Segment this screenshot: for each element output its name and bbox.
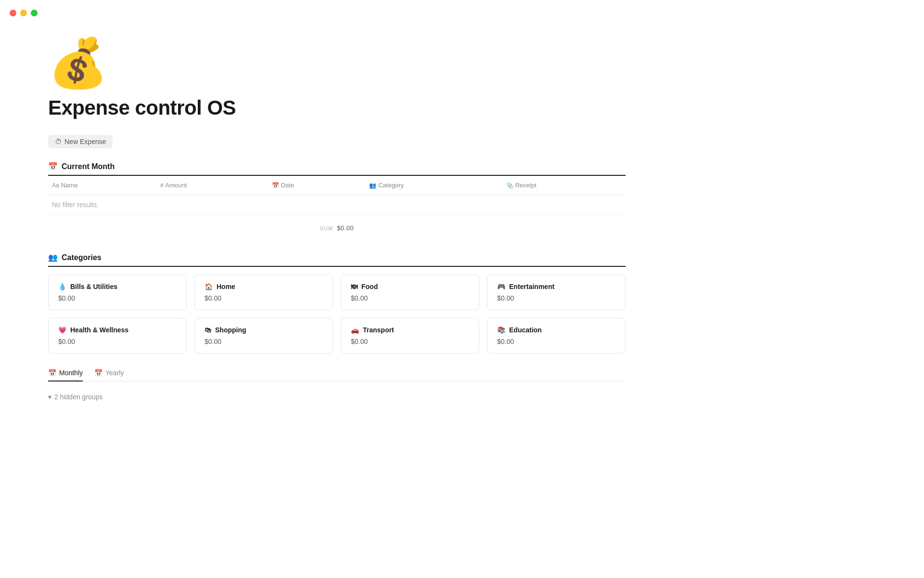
category-card-name: Health & Wellness — [70, 326, 128, 334]
tab-label: Monthly — [59, 369, 83, 377]
tab-icon: 📅 — [48, 369, 56, 377]
tab-icon: 📅 — [94, 369, 103, 377]
sum-row: SUM $0.00 — [48, 219, 626, 237]
category-card-title: 🍽 Food — [351, 283, 469, 290]
hidden-groups-label: 2 hidden groups — [54, 393, 103, 401]
minimize-button[interactable] — [20, 10, 27, 16]
tab-monthly[interactable]: 📅 Monthly — [48, 369, 83, 381]
current-month-label: Current Month — [62, 162, 115, 171]
col-name: AaName — [48, 176, 156, 195]
category-card[interactable]: 🏠 Home $0.00 — [194, 275, 333, 310]
current-month-section: 📅 Current Month AaName #Amount 📅Date 👥C — [48, 162, 626, 237]
category-card-title: 🎮 Entertainment — [497, 283, 616, 290]
category-card-amount: $0.00 — [497, 294, 616, 302]
category-card-icon: 📚 — [497, 326, 505, 334]
category-card[interactable]: 🍽 Food $0.00 — [341, 275, 479, 310]
col-receipt: 📎Receipt — [502, 176, 626, 195]
category-card-title: 💧 Bills & Utilities — [58, 283, 177, 290]
categories-label: Categories — [62, 253, 102, 262]
category-card-name: Entertainment — [509, 283, 554, 290]
category-card[interactable]: 🛍 Shopping $0.00 — [194, 318, 333, 354]
view-tabs: 📅 Monthly 📅 Yearly — [48, 369, 626, 381]
category-card-title: 🏠 Home — [205, 283, 323, 290]
category-card[interactable]: 💧 Bills & Utilities $0.00 — [48, 275, 187, 310]
category-card-name: Shopping — [215, 326, 246, 334]
category-card-name: Transport — [363, 326, 394, 334]
category-card-name: Bills & Utilities — [70, 283, 117, 290]
categories-header: 👥 Categories — [48, 253, 626, 267]
category-card-amount: $0.00 — [351, 338, 469, 345]
sum-value: $0.00 — [337, 224, 354, 232]
no-filter-text: No filter results. — [48, 195, 626, 215]
new-expense-icon: ⏱ — [55, 138, 62, 145]
tab-yearly[interactable]: 📅 Yearly — [94, 369, 124, 381]
traffic-lights — [10, 10, 38, 16]
category-card-amount: $0.00 — [351, 294, 469, 302]
page-title: Expense control OS — [48, 96, 626, 119]
date-icon: 📅 — [272, 182, 279, 189]
new-expense-label: New Expense — [64, 138, 106, 145]
tab-label: Yearly — [105, 369, 124, 377]
current-month-header: 📅 Current Month — [48, 162, 626, 176]
category-grid: 💧 Bills & Utilities $0.00 🏠 Home $0.00 🍽… — [48, 275, 626, 354]
receipt-icon: 📎 — [506, 182, 513, 189]
main-content: 💰 Expense control OS ⏱ New Expense 📅 Cur… — [0, 0, 674, 434]
category-card-icon: 🍽 — [351, 283, 358, 290]
category-card-name: Food — [361, 283, 378, 290]
category-card-icon: 💧 — [58, 283, 66, 290]
hash-icon: # — [160, 182, 164, 189]
hidden-groups-row[interactable]: ▾ 2 hidden groups — [48, 389, 626, 405]
category-icon: 👥 — [369, 182, 376, 189]
close-button[interactable] — [10, 10, 16, 16]
category-card-icon: 🏠 — [205, 283, 213, 290]
page-icon: 💰 — [48, 39, 626, 87]
category-card-amount: $0.00 — [205, 294, 323, 302]
col-category: 👥Category — [365, 176, 502, 195]
sum-label: SUM — [320, 225, 333, 231]
col-amount: #Amount — [156, 176, 268, 195]
no-filter-row: No filter results. — [48, 195, 626, 215]
category-card-amount: $0.00 — [497, 338, 616, 345]
category-card-title: 💗 Health & Wellness — [58, 326, 177, 334]
category-card-name: Home — [217, 283, 235, 290]
category-card-icon: 🎮 — [497, 283, 505, 290]
category-card-icon: 💗 — [58, 326, 66, 334]
category-card[interactable]: 🎮 Entertainment $0.00 — [487, 275, 626, 310]
category-card[interactable]: 💗 Health & Wellness $0.00 — [48, 318, 187, 354]
col-date: 📅Date — [268, 176, 366, 195]
category-card-title: 📚 Education — [497, 326, 616, 334]
expense-table: AaName #Amount 📅Date 👥Category 📎Receipt — [48, 176, 626, 215]
category-card-amount: $0.00 — [58, 338, 177, 345]
category-card[interactable]: 🚗 Transport $0.00 — [341, 318, 479, 354]
aa-icon: Aa — [52, 182, 59, 189]
category-card-amount: $0.00 — [58, 294, 177, 302]
category-card-title: 🛍 Shopping — [205, 326, 323, 334]
category-card[interactable]: 📚 Education $0.00 — [487, 318, 626, 354]
categories-section: 👥 Categories 💧 Bills & Utilities $0.00 🏠… — [48, 253, 626, 354]
category-card-title: 🚗 Transport — [351, 326, 469, 334]
category-card-icon: 🛍 — [205, 326, 211, 334]
category-card-name: Education — [509, 326, 542, 334]
new-expense-button[interactable]: ⏱ New Expense — [48, 135, 113, 148]
categories-icon: 👥 — [48, 253, 58, 262]
category-card-amount: $0.00 — [205, 338, 323, 345]
chevron-down-icon: ▾ — [48, 393, 51, 401]
calendar-icon: 📅 — [48, 162, 58, 171]
maximize-button[interactable] — [31, 10, 38, 16]
category-card-icon: 🚗 — [351, 326, 359, 334]
